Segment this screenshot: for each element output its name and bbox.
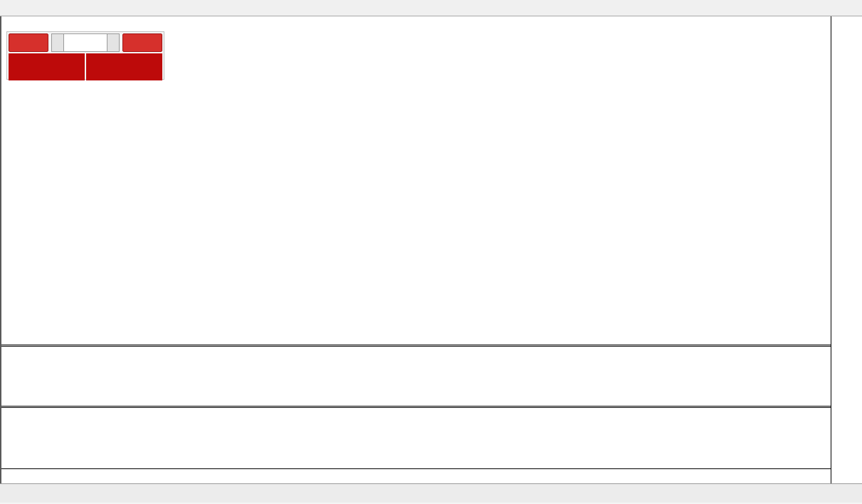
price-axis bbox=[831, 16, 862, 483]
one-click-trade-widget bbox=[6, 31, 164, 80]
chart-tab-bar bbox=[0, 483, 862, 503]
chart-region bbox=[0, 16, 862, 483]
date-axis bbox=[1, 468, 831, 483]
buy-price-box[interactable] bbox=[86, 53, 162, 80]
chart-title bbox=[6, 20, 15, 30]
buy-button[interactable] bbox=[122, 33, 162, 52]
sell-button[interactable] bbox=[9, 33, 48, 52]
rsi-indicator-plot bbox=[1, 408, 831, 468]
volume-decrease-button[interactable] bbox=[51, 33, 64, 52]
sell-price-box[interactable] bbox=[9, 53, 85, 80]
macd-indicator-plot bbox=[1, 347, 831, 406]
trading-app-window bbox=[0, 0, 862, 504]
volume-input[interactable] bbox=[64, 33, 107, 52]
volume-increase-button[interactable] bbox=[107, 33, 120, 52]
period-toolbar bbox=[0, 0, 862, 16]
date-axis-ticks bbox=[1, 469, 831, 483]
